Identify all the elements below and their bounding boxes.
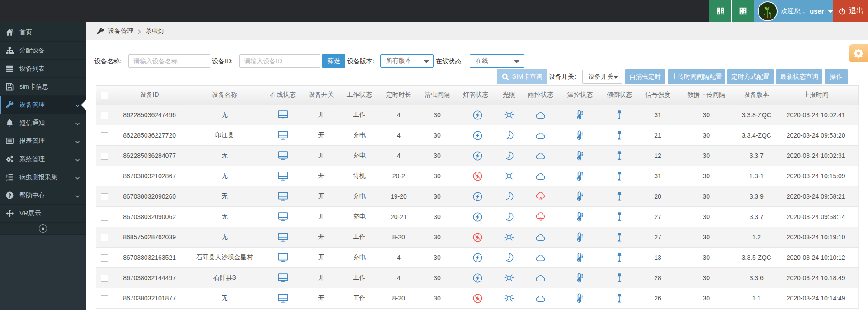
sidebar-item-bell[interactable]: 短信通知 <box>0 114 86 132</box>
cell-clean: 30 <box>424 248 451 268</box>
cell-signal: 12 <box>642 146 673 166</box>
cell-rain <box>518 166 564 186</box>
cell-temp <box>564 207 596 227</box>
row-checkbox[interactable] <box>101 193 108 200</box>
cell-temp <box>564 227 596 248</box>
online-status-select[interactable]: 在线 <box>470 54 524 68</box>
flash-off-icon <box>473 233 482 242</box>
column-header[interactable]: 数据上传间隔 <box>673 86 739 105</box>
cell-switch: 开 <box>298 105 345 125</box>
select-all-checkbox[interactable] <box>101 92 108 99</box>
cell-light <box>500 146 518 166</box>
sidebar-item-question[interactable]: 帮助中心 <box>0 186 86 205</box>
moon-icon <box>505 151 514 160</box>
sidebar-item-list[interactable]: 设备列表 <box>0 60 86 78</box>
sidebar-item-cogs[interactable]: 系统管理 <box>0 150 86 168</box>
sidebar-collapse-button[interactable] <box>39 224 47 233</box>
search-icon <box>502 73 509 81</box>
filter-button[interactable]: 筛选 <box>322 54 345 68</box>
user-menu[interactable]: 欢迎您， user <box>754 0 833 22</box>
column-header[interactable]: 设备版本 <box>739 86 774 105</box>
column-header[interactable]: 信号强度 <box>642 86 673 105</box>
monitor-icon <box>278 294 288 303</box>
action-button-5[interactable]: 操作 <box>825 69 848 84</box>
action-button-3[interactable]: 定时方式配置 <box>727 69 774 84</box>
cell-upload: 30 <box>673 186 739 207</box>
wrench-glyph <box>6 101 14 109</box>
row-checkbox[interactable] <box>101 254 108 262</box>
settings-fab[interactable] <box>849 44 868 62</box>
action-button-2[interactable]: 上传时间间隔配置 <box>668 69 725 84</box>
sidebar-item-arrows[interactable]: VR展示 <box>0 205 86 223</box>
row-checkbox[interactable] <box>101 214 108 221</box>
cell-upload: 30 <box>673 207 739 227</box>
sitemap-icon <box>6 47 14 54</box>
cell-upload: 30 <box>673 268 739 288</box>
cell-online <box>268 268 298 288</box>
cell-lamp <box>451 146 500 166</box>
sidebar-item-newspaper[interactable]: 报表管理 <box>0 132 86 150</box>
chevron-glyph <box>75 194 80 199</box>
cell-version: 3.3.6 <box>739 268 774 288</box>
thermometer-icon <box>576 151 585 161</box>
column-header[interactable]: 工作状态 <box>345 86 374 105</box>
device-name-input[interactable] <box>128 54 210 68</box>
column-header[interactable]: 定时时长 <box>374 86 424 105</box>
sidebar-item-label: 帮助中心 <box>19 191 45 200</box>
thermometer-icon <box>576 232 585 242</box>
avatar <box>758 1 778 21</box>
device-switch-select[interactable]: 设备开关 <box>582 70 622 84</box>
flash-off-icon <box>473 294 482 303</box>
column-header[interactable]: 设备开关 <box>298 86 345 105</box>
column-header[interactable]: 设备名称 <box>181 86 268 105</box>
cell-online <box>268 248 298 268</box>
device-id-input[interactable] <box>239 54 320 68</box>
row-checkbox[interactable] <box>101 132 108 139</box>
row-checkbox[interactable] <box>101 295 108 302</box>
row-checkbox[interactable] <box>101 275 108 282</box>
row-checkbox[interactable] <box>101 173 108 180</box>
thermometer-icon <box>576 191 585 201</box>
cell-version: 1.1 <box>739 288 774 309</box>
column-header[interactable]: 光照 <box>500 86 518 105</box>
action-button-4[interactable]: 最新状态查询 <box>776 69 822 84</box>
column-header[interactable]: 设备ID <box>118 86 181 105</box>
column-header[interactable]: 在线状态 <box>268 86 298 105</box>
column-header[interactable]: 上报时间 <box>774 86 858 105</box>
cell-clean: 30 <box>424 207 451 227</box>
column-header[interactable]: 灯管状态 <box>451 86 500 105</box>
question-glyph <box>6 191 14 199</box>
row-checkbox[interactable] <box>101 153 108 160</box>
chevron-down-icon <box>75 193 80 198</box>
action-button-1[interactable]: 自清虫定时 <box>625 69 665 84</box>
sidebar-item-list-ol[interactable]: 病虫测报采集 <box>0 168 86 186</box>
column-header[interactable]: 倾倒状态 <box>596 86 642 105</box>
cell-light <box>500 207 518 227</box>
cell-tilt <box>596 268 642 288</box>
qr-button-1[interactable] <box>709 0 731 22</box>
column-header[interactable]: 清虫间隔 <box>424 86 451 105</box>
logout-button[interactable]: 退出 <box>833 0 868 22</box>
sidebar-item-sitemap[interactable]: 分配设备 <box>0 42 86 60</box>
sidebar: 首页分配设备设备列表sim卡信息设备管理短信通知报表管理系统管理病虫测报采集帮助… <box>0 22 86 310</box>
column-header[interactable]: 雨控状态 <box>518 86 564 105</box>
cell-lamp <box>451 105 500 125</box>
cell-checkbox <box>96 105 118 125</box>
cell-version: 3.3.5-ZQC <box>739 248 774 268</box>
device-version-select[interactable]: 所有版本 <box>380 54 434 68</box>
sidebar-item-wrench[interactable]: 设备管理 <box>0 96 86 114</box>
cell-switch: 开 <box>298 166 345 186</box>
cell-timer: 4 <box>374 146 424 166</box>
sim-query-button[interactable]: SIM卡查询 <box>497 69 547 84</box>
row-checkbox[interactable] <box>101 234 108 241</box>
breadcrumb-section[interactable]: 设备管理 <box>108 27 133 35</box>
row-checkbox[interactable] <box>101 112 108 119</box>
sidebar-item-floppy[interactable]: sim卡信息 <box>0 78 86 96</box>
sidebar-item-home[interactable]: 首页 <box>0 24 86 42</box>
cell-lamp <box>451 207 500 227</box>
cell-timer: 8-20 <box>374 288 424 309</box>
qr-button-2[interactable] <box>731 0 754 22</box>
cell-light <box>500 105 518 125</box>
column-header[interactable]: 温控状态 <box>564 86 596 105</box>
cell-device_id: 868575028762039 <box>118 227 181 248</box>
